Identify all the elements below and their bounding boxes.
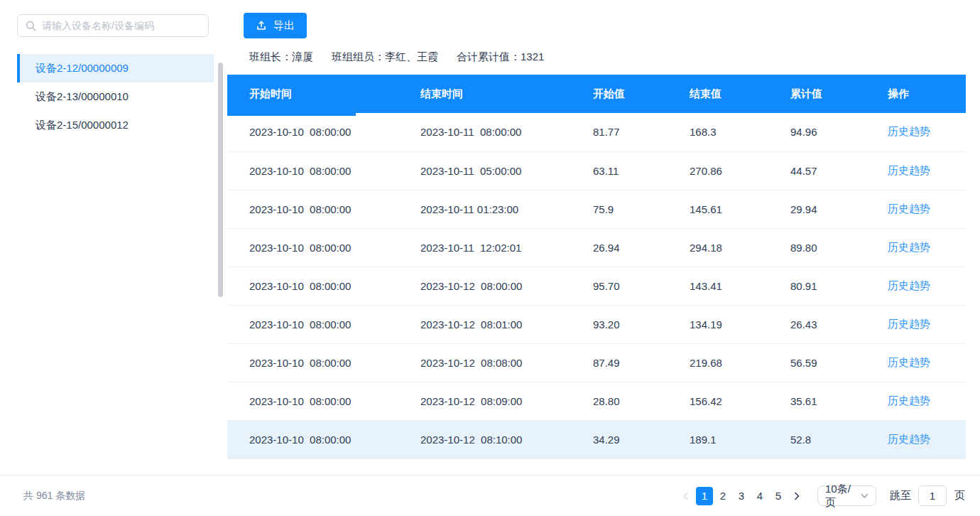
data-table: 开始时间 结束时间 开始值 结束值 累计值 操作 2023-10-10 08:0… (227, 75, 966, 459)
table-row[interactable]: 2023-10-10 08:00:00 2023-10-12 08:08:00 … (227, 343, 966, 382)
cell-end-value: 134.19 (690, 305, 790, 343)
cell-end-time: 2023-10-12 08:08:00 (420, 343, 593, 382)
history-trend-link[interactable]: 历史趋势 (888, 318, 930, 330)
cell-total-value: 52.8 (790, 420, 888, 458)
sidebar-scrollbar-thumb[interactable] (218, 63, 223, 297)
history-trend-link[interactable]: 历史趋势 (888, 125, 930, 137)
cell-total-value: 29.94 (790, 190, 888, 228)
total-accumulated-value: 合计累计值：1321 (457, 50, 544, 64)
cell-end-time: 2023-10-12 08:00:00 (420, 267, 593, 305)
footer-bar: 共 961 条数据 1 2 3 4 5 10条/页 (0, 475, 980, 516)
next-page-button[interactable] (788, 487, 805, 505)
device-search-box (17, 14, 209, 37)
export-button-label: 导出 (273, 19, 295, 33)
cell-end-value: 294.18 (690, 228, 790, 267)
total-records-text: 共 961 条数据 (23, 490, 85, 502)
cell-end-time: 2023-10-11 05:00:00 (420, 151, 593, 190)
table-row-highlighted[interactable]: 2023-10-10 08:00:00 2023-10-12 08:10:00 … (227, 420, 966, 458)
history-trend-link[interactable]: 历史趋势 (888, 394, 930, 407)
export-button[interactable]: 导出 (244, 13, 307, 38)
cell-end-time: 2023-10-12 08:01:00 (420, 305, 593, 343)
cell-total-value: 94.96 (790, 113, 888, 151)
cell-end-value: 143.41 (690, 267, 790, 305)
table-row[interactable]: 2023-10-10 08:00:00 2023-10-11 12:02:01 … (227, 228, 966, 267)
prev-page-button[interactable] (677, 487, 695, 505)
cell-total-value: 89.80 (790, 228, 888, 267)
page-number-1[interactable]: 1 (696, 487, 713, 505)
cell-start-time: 2023-10-10 08:00:00 (227, 151, 420, 190)
table-row[interactable]: 2023-10-10 08:00:00 2023-10-11 05:00:00 … (227, 151, 966, 190)
column-header-start-value[interactable]: 开始值 (593, 75, 690, 113)
history-trend-link[interactable]: 历史趋势 (888, 203, 930, 215)
history-trend-link[interactable]: 历史趋势 (888, 356, 930, 368)
device-list-item[interactable]: 设备2-12/00000009 (17, 54, 214, 82)
jump-to-label: 跳至 (890, 489, 911, 502)
page-number-4[interactable]: 4 (751, 487, 768, 505)
cell-start-time: 2023-10-10 08:00:00 (227, 228, 420, 267)
cell-start-value: 26.94 (593, 228, 690, 267)
column-header-end-time[interactable]: 结束时间 (420, 75, 593, 113)
cell-start-value: 81.77 (593, 113, 690, 151)
pagination: 1 2 3 4 5 10条/页 跳至 页 (677, 475, 965, 516)
device-search-input[interactable] (42, 20, 200, 31)
table-row[interactable]: 2023-10-10 08:00:00 2023-10-12 08:00:00 … (227, 267, 966, 305)
page-number-2[interactable]: 2 (714, 487, 731, 505)
cell-total-value: 44.57 (790, 151, 888, 190)
cell-end-value: 270.86 (690, 151, 790, 190)
team-members: 班组组员：李红、王霞 (332, 50, 438, 64)
device-list-item[interactable]: 设备2-15/00000012 (17, 111, 214, 139)
cell-start-value: 28.80 (593, 382, 690, 420)
data-table-wrapper: 开始时间 结束时间 开始值 结束值 累计值 操作 2023-10-10 08:0… (227, 75, 966, 459)
cell-start-time: 2023-10-10 08:00:00 (227, 343, 420, 382)
column-header-actions: 操作 (888, 75, 966, 113)
cell-end-value: 168.3 (690, 113, 790, 151)
page-size-select[interactable]: 10条/页 (817, 485, 876, 506)
cell-end-time: 2023-10-11 12:02:01 (420, 228, 593, 267)
search-icon (26, 21, 36, 31)
page-unit-label: 页 (954, 489, 965, 502)
column-header-total-value[interactable]: 累计值 (790, 75, 888, 113)
cell-start-time: 2023-10-10 08:00:00 (227, 190, 420, 228)
cell-start-value: 34.29 (593, 420, 690, 458)
chevron-right-icon (793, 492, 801, 500)
table-row[interactable]: 2023-10-10 08:00:00 2023-10-12 08:09:00 … (227, 382, 966, 420)
device-label: 设备2-15/00000012 (36, 119, 129, 132)
table-row[interactable]: 2023-10-10 08:00:00 2023-10-11 08:00:00 … (227, 113, 966, 151)
cell-end-value: 156.42 (690, 382, 790, 420)
team-info-line: 班组长：漳厦 班组组员：李红、王霞 合计累计值：1321 (249, 50, 544, 64)
upload-icon (256, 20, 267, 31)
cell-end-time: 2023-10-12 08:10:00 (420, 420, 593, 458)
cell-start-time: 2023-10-10 08:00:00 (227, 420, 420, 458)
column-header-start-time[interactable]: 开始时间 (227, 75, 420, 113)
table-row[interactable]: 2023-10-10 08:00:00 2023-10-12 08:01:00 … (227, 305, 966, 343)
history-trend-link[interactable]: 历史趋势 (888, 241, 930, 253)
page-number-3[interactable]: 3 (733, 487, 750, 505)
table-row[interactable]: 2023-10-10 08:00:00 2023-10-11 01:23:00 … (227, 190, 966, 228)
cell-start-value: 63.11 (593, 151, 690, 190)
cell-total-value: 56.59 (790, 343, 888, 382)
cell-end-time: 2023-10-11 08:00:00 (420, 113, 593, 151)
cell-total-value: 26.43 (790, 305, 888, 343)
chevron-down-icon (861, 493, 869, 499)
team-leader: 班组长：漳厦 (249, 50, 313, 64)
device-list-item[interactable]: 设备2-13/00000010 (17, 82, 214, 111)
cell-total-value: 35.61 (790, 382, 888, 420)
cell-end-value: 219.68 (690, 343, 790, 382)
cell-start-value: 87.49 (593, 343, 690, 382)
history-trend-link[interactable]: 历史趋势 (888, 433, 930, 445)
jump-page-input[interactable] (918, 485, 947, 506)
cell-start-time: 2023-10-10 08:00:00 (227, 382, 420, 420)
cell-start-time: 2023-10-10 08:00:00 (227, 113, 420, 151)
cell-start-value: 95.70 (593, 267, 690, 305)
header-active-column-indicator (227, 113, 356, 116)
table-header-row: 开始时间 结束时间 开始值 结束值 累计值 操作 (227, 75, 966, 113)
history-trend-link[interactable]: 历史趋势 (888, 164, 930, 176)
cell-end-value: 189.1 (690, 420, 790, 458)
device-label: 设备2-12/00000009 (36, 62, 129, 75)
page-number-5[interactable]: 5 (770, 487, 787, 505)
cell-start-time: 2023-10-10 08:00:00 (227, 267, 420, 305)
column-header-end-value[interactable]: 结束值 (690, 75, 790, 113)
cell-start-time: 2023-10-10 08:00:00 (227, 305, 420, 343)
cell-start-value: 93.20 (593, 305, 690, 343)
history-trend-link[interactable]: 历史趋势 (888, 279, 930, 291)
